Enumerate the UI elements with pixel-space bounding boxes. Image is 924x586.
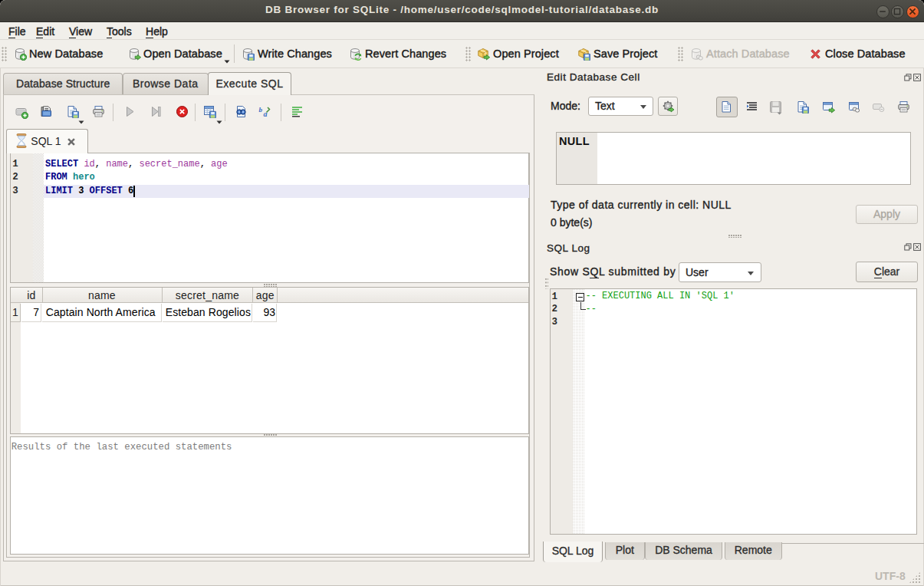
svg-text:b: b [259, 106, 263, 114]
svg-text:a: a [264, 110, 268, 118]
